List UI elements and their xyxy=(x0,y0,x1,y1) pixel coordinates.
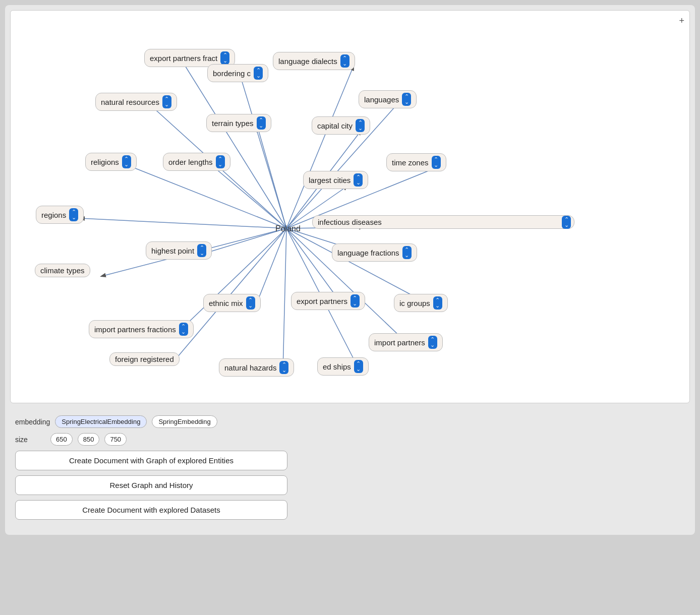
svg-line-21 xyxy=(283,228,286,371)
create-datasets-document-button[interactable]: Create Document with explored Datasets xyxy=(15,500,287,520)
node-btn-regions[interactable]: ⌃⌄ xyxy=(69,208,78,221)
svg-line-4 xyxy=(258,128,286,228)
node-btn-border-lengths[interactable]: ⌃⌄ xyxy=(216,155,225,168)
size-label: size xyxy=(15,436,45,444)
size-option-750[interactable]: 750 xyxy=(104,433,127,446)
node-language-dialects[interactable]: language dialects ⌃⌄ xyxy=(273,52,355,70)
plus-icon[interactable]: + xyxy=(679,16,684,26)
node-btn-language-dialects[interactable]: ⌃⌄ xyxy=(340,54,349,68)
node-btn-import-partners[interactable]: ⌃⌄ xyxy=(428,336,437,349)
node-btn-languages[interactable]: ⌃⌄ xyxy=(402,93,411,106)
node-bordering[interactable]: bordering c ⌃⌄ xyxy=(207,64,268,82)
node-religions[interactable]: religions ⌃⌄ xyxy=(85,153,137,171)
node-time-zones[interactable]: time zones ⌃⌄ xyxy=(386,153,446,171)
node-import-partners[interactable]: import partners ⌃⌄ xyxy=(369,333,443,351)
node-import-partners-fractions[interactable]: import partners fractions ⌃⌄ xyxy=(89,320,194,338)
node-btn-export-partners[interactable]: ⌃⌄ xyxy=(351,294,360,307)
node-btn-export-partners-fract[interactable]: ⌃⌄ xyxy=(220,51,229,65)
center-node: Poland xyxy=(270,222,306,235)
embedding-option-spring-electrical[interactable]: SpringElectricalEmbedding xyxy=(55,415,147,428)
node-btn-largest-cities[interactable]: ⌃⌄ xyxy=(354,173,363,187)
svg-line-2 xyxy=(286,66,354,228)
node-btn-natural-resources[interactable]: ⌃⌄ xyxy=(162,95,171,108)
node-ethnic-groups[interactable]: ic groups ⌃⌄ xyxy=(394,294,448,312)
svg-line-16 xyxy=(255,228,286,307)
node-infectious-diseases[interactable]: infectious diseases ⌃⌄ xyxy=(312,215,574,229)
create-graph-document-button[interactable]: Create Document with Graph of explored E… xyxy=(15,451,287,470)
node-export-partners[interactable]: export partners ⌃⌄ xyxy=(291,292,365,310)
node-btn-import-partners-fractions[interactable]: ⌃⌄ xyxy=(179,323,188,336)
size-option-850[interactable]: 850 xyxy=(78,433,100,446)
node-btn-infectious-diseases[interactable]: ⌃⌄ xyxy=(562,216,571,229)
node-languages[interactable]: languages ⌃⌄ xyxy=(359,90,417,108)
embedding-option-spring[interactable]: SpringEmbedding xyxy=(152,415,217,428)
node-climate-types[interactable]: climate types xyxy=(35,264,90,277)
node-btn-time-zones[interactable]: ⌃⌄ xyxy=(432,156,441,169)
node-language-fractions[interactable]: language fractions ⌃⌄ xyxy=(332,243,417,262)
controls-area: embedding SpringElectricalEmbedding Spri… xyxy=(5,408,695,535)
node-btn-capital-city[interactable]: ⌃⌄ xyxy=(356,119,365,132)
node-regions[interactable]: regions ⌃⌄ xyxy=(36,206,84,224)
embedding-row: embedding SpringElectricalEmbedding Spri… xyxy=(15,415,685,428)
svg-line-6 xyxy=(129,166,286,228)
size-row: size 650 850 750 xyxy=(15,433,685,446)
node-terrain-types[interactable]: terrain types ⌃⌄ xyxy=(206,114,271,132)
node-btn-religions[interactable]: ⌃⌄ xyxy=(122,155,131,168)
svg-line-0 xyxy=(182,61,286,228)
node-btn-highest-point[interactable]: ⌃⌄ xyxy=(197,244,206,257)
node-btn-language-fractions[interactable]: ⌃⌄ xyxy=(402,246,412,259)
node-btn-ethnic-groups[interactable]: ⌃⌄ xyxy=(433,296,442,310)
node-border-lengths[interactable]: order lengths ⌃⌄ xyxy=(163,153,230,171)
svg-line-1 xyxy=(240,75,286,228)
embedding-label: embedding xyxy=(15,418,50,426)
node-btn-registered-ships[interactable]: ⌃⌄ xyxy=(354,360,363,373)
node-ethnic-mix[interactable]: ethnic mix ⌃⌄ xyxy=(203,294,261,312)
node-btn-bordering[interactable]: ⌃⌄ xyxy=(254,67,263,80)
node-btn-natural-hazards[interactable]: ⌃⌄ xyxy=(279,361,288,374)
node-btn-terrain-types[interactable]: ⌃⌄ xyxy=(257,116,266,130)
node-btn-ethnic-mix[interactable]: ⌃⌄ xyxy=(246,296,255,310)
node-natural-hazards[interactable]: natural hazards ⌃⌄ xyxy=(219,358,294,377)
node-largest-cities[interactable]: largest cities ⌃⌄ xyxy=(303,171,368,189)
svg-line-7 xyxy=(212,166,286,228)
graph-area: + xyxy=(10,10,690,403)
node-foreign-registered[interactable]: foreign registered xyxy=(109,352,180,366)
node-capital-city[interactable]: capital city ⌃⌄ xyxy=(312,116,370,135)
size-option-650[interactable]: 650 xyxy=(50,433,73,446)
svg-line-11 xyxy=(80,218,286,228)
node-natural-resources[interactable]: natural resources ⌃⌄ xyxy=(95,93,177,111)
reset-graph-button[interactable]: Reset Graph and History xyxy=(15,475,287,495)
node-registered-ships[interactable]: ed ships ⌃⌄ xyxy=(317,357,369,376)
node-highest-point[interactable]: highest point ⌃⌄ xyxy=(146,241,212,260)
main-container: + xyxy=(5,5,695,535)
